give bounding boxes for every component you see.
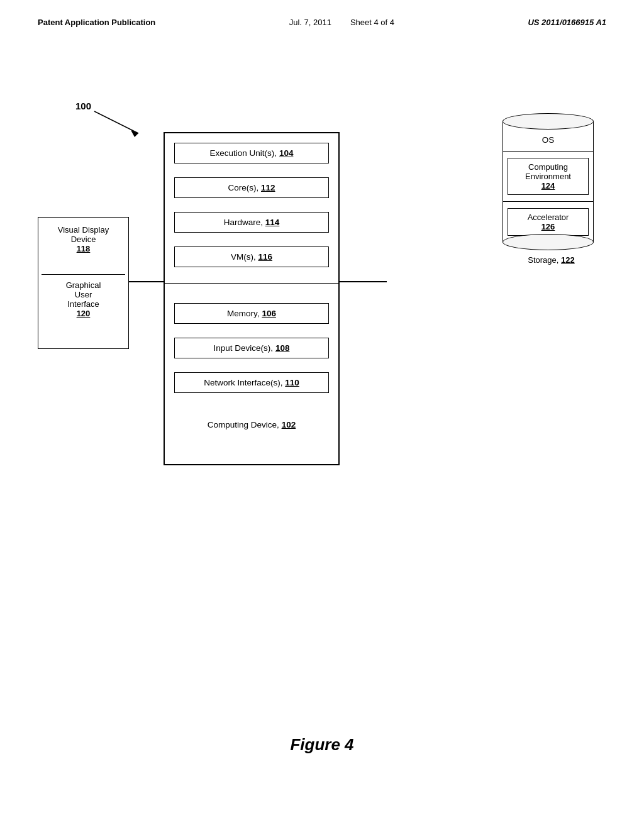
- gui-text: Graphical User Interface 120: [38, 280, 128, 318]
- execution-units-box: Execution Unit(s), 104: [174, 143, 329, 163]
- vdd-line2: Device: [71, 235, 96, 244]
- cylinder-bottom: [502, 234, 594, 250]
- os-label: OS: [542, 135, 555, 145]
- vm-ref: 116: [258, 252, 272, 262]
- date-label: Jul. 7, 2011: [289, 18, 331, 27]
- vm-label: VM(s),: [231, 252, 256, 262]
- visual-display-box: Visual Display Device 118 Graphical User…: [38, 217, 129, 349]
- mem-ref: 106: [262, 309, 276, 318]
- gui-ref: 120: [77, 309, 91, 318]
- cores-ref: 112: [261, 183, 275, 192]
- storage-text: Storage,: [528, 255, 558, 265]
- memory-box: Memory, 106: [174, 303, 329, 324]
- page-header: Patent Application Publication Jul. 7, 2…: [0, 0, 644, 27]
- connector-right-line: [340, 281, 387, 282]
- acc-inner-box: Accelerator 126: [508, 208, 589, 236]
- ce-inner-box: Computing Environment 124: [508, 158, 589, 195]
- mem-label: Memory,: [227, 309, 260, 318]
- sheet-label: Sheet 4 of 4: [350, 18, 394, 27]
- input-ref: 108: [275, 343, 290, 353]
- computing-env-section: Computing Environment 124: [503, 152, 593, 202]
- net-label: Network Interface(s),: [204, 378, 282, 387]
- cylinder-top: [502, 113, 594, 130]
- hw-label: Hardware,: [224, 218, 263, 227]
- vdd-line1: Visual Display: [58, 225, 109, 235]
- computing-device-label: Computing Device, 102: [174, 415, 329, 434]
- network-interfaces-box: Network Interface(s), 110: [174, 372, 329, 393]
- divider: [165, 283, 338, 284]
- gui-line3: Interface: [67, 299, 99, 309]
- acc-label: Accelerator: [528, 213, 569, 222]
- connector-left-line: [129, 281, 164, 282]
- ce-ref: 124: [541, 181, 555, 191]
- cores-box: Core(s), 112: [174, 177, 329, 198]
- eu-label: Execution Unit(s),: [210, 148, 277, 158]
- net-ref: 110: [285, 378, 299, 387]
- main-computing-box: Execution Unit(s), 104 Core(s), 112 Hard…: [164, 132, 340, 465]
- hardware-box: Hardware, 114: [174, 212, 329, 233]
- arrow-100: [88, 108, 164, 140]
- storage-label: Storage, 122: [502, 250, 600, 265]
- acc-ref: 126: [541, 222, 555, 231]
- svg-line-0: [94, 111, 138, 133]
- cores-label: Core(s),: [228, 183, 258, 192]
- ce-line2: Environment: [525, 172, 571, 181]
- figure-caption: Figure 4: [0, 735, 644, 755]
- vdd-ref: 118: [77, 244, 91, 253]
- cd-label: Computing Device,: [208, 420, 279, 429]
- publication-label: Patent Application Publication: [38, 18, 155, 27]
- gui-line1: Graphical: [66, 280, 101, 290]
- vdd-text: Visual Display Device 118: [38, 225, 128, 253]
- hw-ref: 114: [265, 218, 280, 227]
- storage-ref: 122: [561, 255, 575, 265]
- vms-box: VM(s), 116: [174, 246, 329, 267]
- eu-ref: 104: [279, 148, 294, 158]
- header-middle: Jul. 7, 2011 Sheet 4 of 4: [289, 18, 394, 27]
- cd-ref: 102: [282, 420, 296, 429]
- ce-line1: Computing: [528, 162, 568, 172]
- gui-line2: User: [75, 290, 92, 299]
- input-label: Input Device(s),: [214, 343, 274, 353]
- cylinder-container: OS Computing Environment 124 Accelerator…: [502, 113, 600, 265]
- diagram-area: 100 Execution Unit(s), 104 Core(s), 112 …: [38, 82, 606, 522]
- patent-number: US 2011/0166915 A1: [528, 18, 606, 27]
- input-devices-box: Input Device(s), 108: [174, 338, 329, 358]
- cylinder-body: OS Computing Environment 124 Accelerator…: [502, 121, 594, 242]
